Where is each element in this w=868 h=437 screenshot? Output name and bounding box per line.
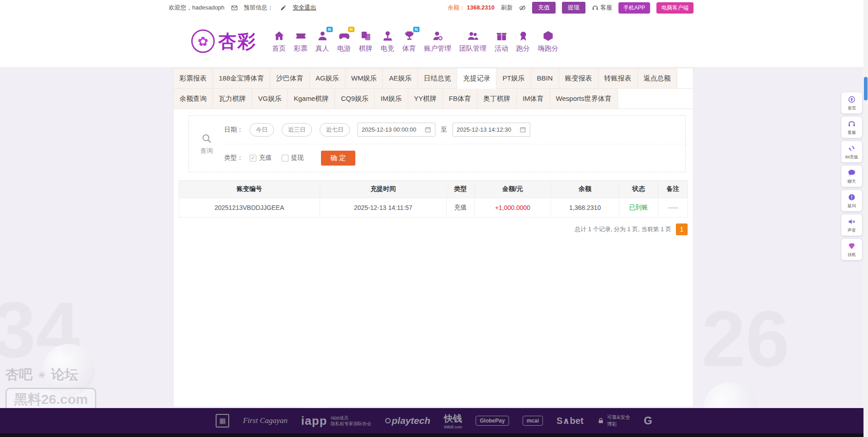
toolbar-label: 首页: [848, 105, 856, 111]
withdraw-checkbox[interactable]: 提现: [282, 154, 304, 162]
tab-transfer-report[interactable]: 转账报表: [599, 68, 638, 89]
pc-client-button[interactable]: 电脑客户端: [656, 2, 693, 14]
toolbar-home[interactable]: 首页: [841, 92, 862, 114]
toolbar-im-recharge[interactable]: IM充值: [841, 141, 862, 162]
globepay-logo: GlobePay: [476, 416, 509, 426]
withdraw-button[interactable]: 提现: [562, 2, 585, 14]
toolbar-label: 挂机: [848, 252, 856, 258]
mobile-app-button[interactable]: 手机APP: [618, 2, 650, 14]
toolbar-label: IM充值: [845, 154, 859, 160]
tab-yy[interactable]: YY棋牌: [408, 89, 443, 109]
tab-aoding[interactable]: 奥丁棋牌: [477, 89, 517, 109]
tab-bbin[interactable]: BBIN: [531, 68, 559, 89]
tab-balance-query[interactable]: 余额查询: [174, 89, 213, 109]
up-circle-icon: [848, 95, 856, 104]
confirm-button[interactable]: 确 定: [321, 151, 355, 166]
checkbox-checked-icon: ✓: [250, 155, 256, 162]
kuaiqian-logo: 快钱 99bill.com: [444, 413, 462, 429]
tab-row-2: 余额查询 瓦力棋牌 VG娱乐 Kgame棋牌 CQ9娱乐 IM娱乐 YY棋牌 F…: [174, 89, 693, 109]
calendar-icon[interactable]: [519, 126, 526, 133]
tab-vg[interactable]: VG娱乐: [252, 89, 288, 109]
alert-icon: [848, 193, 856, 201]
search-icon: [201, 133, 212, 144]
toolbar-sound[interactable]: 声音: [841, 214, 862, 236]
nav-item-egames[interactable]: H 电游: [337, 30, 351, 53]
iapp-text: iapp: [301, 414, 327, 428]
top-bar: 欢迎您，hadesadoph 预留信息： 安全退出 余额： 1368.2310 …: [0, 0, 868, 15]
tab-kgame[interactable]: Kgame棋牌: [288, 89, 335, 109]
nav-item-live[interactable]: N 真人: [316, 30, 329, 53]
tab-lottery-report[interactable]: 彩票报表: [174, 68, 213, 89]
refresh-link[interactable]: 刷新: [501, 4, 513, 12]
g-logo: G: [644, 414, 652, 427]
scrollbar-track[interactable]: [863, 0, 868, 437]
top-bar-right: 余额： 1368.2310 刷新 充值 提现 客服 手机APP 电脑客户端: [448, 2, 693, 14]
balance-group: 余额： 1368.2310: [448, 4, 495, 12]
balance-value: 1368.2310: [467, 4, 495, 11]
footer: ▦ First Cagayan iapp iapp成员 隐私权专家国际协会 pl…: [0, 408, 868, 433]
recharge-button[interactable]: 充值: [532, 2, 556, 14]
calendar-icon[interactable]: [425, 126, 431, 133]
nav-label: 彩票: [294, 44, 307, 53]
nav-item-team[interactable]: 团队管理: [459, 30, 486, 53]
tab-shaba-sports[interactable]: 沙巴体育: [270, 68, 310, 89]
tab-cq9[interactable]: CQ9娱乐: [335, 89, 375, 109]
tab-fb-sports[interactable]: FB体育: [443, 89, 477, 109]
nav-label: 体育: [402, 44, 416, 53]
eye-off-icon[interactable]: [519, 5, 526, 11]
kuaiqian-sub: 99bill.com: [444, 425, 462, 429]
seal-logo-icon: ▦: [216, 414, 229, 428]
tab-account-change-report[interactable]: 账变报表: [559, 68, 599, 89]
brand-logo[interactable]: ✿ 杏彩: [191, 29, 256, 54]
tab-wm[interactable]: WM娱乐: [345, 68, 383, 89]
tab-ae[interactable]: AE娱乐: [383, 68, 418, 89]
iapp-description: iapp成员 隐私权专家国际协会: [331, 415, 372, 427]
headset-icon: [592, 5, 599, 11]
tab-rebate-total[interactable]: 返点总额: [638, 68, 677, 89]
col-header-remark: 备注: [658, 180, 688, 198]
date-to-value: 2025-12-13 14:12:30: [457, 126, 511, 133]
tab-wesports[interactable]: Wesports世界体育: [550, 89, 618, 109]
toolbar-chat[interactable]: 聊天: [841, 166, 862, 187]
toolbar-service[interactable]: 客服: [841, 117, 862, 138]
tab-recharge-records[interactable]: 充提记录: [457, 68, 496, 89]
nav-item-sports[interactable]: N 体育: [402, 30, 416, 53]
cell-balance: 1,368.2310: [551, 198, 619, 218]
nav-item-home[interactable]: 首页: [272, 30, 286, 53]
quick-3days-button[interactable]: 近三日: [282, 123, 312, 137]
nav-item-lottery[interactable]: 彩票: [294, 30, 307, 53]
mail-icon[interactable]: [231, 5, 238, 11]
date-from-input[interactable]: 2025-12-13 00:00:00: [358, 123, 435, 137]
quick-today-button[interactable]: 今日: [250, 123, 274, 137]
toolbar-question[interactable]: 疑问: [841, 190, 862, 211]
nav-item-hi-paofen[interactable]: 嗨跑分: [538, 30, 558, 53]
bottom-strip: [0, 433, 868, 437]
tab-daily-summary[interactable]: 日结总览: [418, 68, 457, 89]
col-header-amount: 金额/元: [475, 180, 551, 198]
cell-remark: -----: [658, 198, 688, 218]
tab-im-sports[interactable]: IM体育: [517, 89, 550, 109]
tab-pt[interactable]: PT娱乐: [496, 68, 531, 89]
recharge-checkbox[interactable]: ✓ 充值: [250, 154, 272, 162]
toolbar-afk[interactable]: 挂机: [841, 239, 862, 260]
customer-service-link[interactable]: 客服: [592, 4, 612, 12]
nav-item-activity[interactable]: 活动: [495, 30, 508, 53]
edit-icon[interactable]: [280, 5, 287, 11]
logout-link[interactable]: 安全退出: [293, 4, 316, 12]
quick-7days-button[interactable]: 近七日: [320, 123, 350, 137]
nav-item-paofen[interactable]: 跑分: [516, 30, 530, 53]
scrollbar-thumb[interactable]: [864, 77, 868, 100]
nav-item-boardgames[interactable]: 棋牌: [359, 30, 373, 53]
tab-wali[interactable]: 瓦力棋牌: [213, 89, 252, 109]
tab-im[interactable]: IM娱乐: [375, 89, 408, 109]
brand-flower-icon: ✿: [191, 29, 215, 53]
playtech-text: playtech: [392, 415, 430, 426]
nav-item-esports[interactable]: 电竞: [381, 30, 394, 53]
page-1-button[interactable]: 1: [676, 223, 688, 235]
tab-ag[interactable]: AG娱乐: [310, 68, 345, 89]
date-to-input[interactable]: 2025-12-13 14:12:30: [453, 123, 530, 137]
nav-item-account[interactable]: 账户管理: [424, 30, 451, 53]
sbet-logo: S∧bet: [557, 415, 584, 426]
new-badge: N: [326, 27, 333, 33]
tab-188-sports[interactable]: 188金宝博体育: [213, 68, 270, 89]
